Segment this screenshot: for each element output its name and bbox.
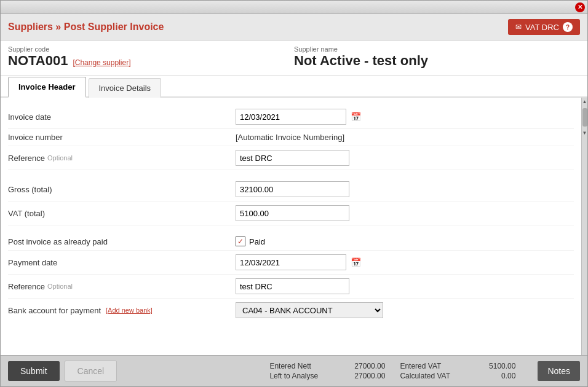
invoice-number-row: Invoice number [Automatic Invoice Number… — [8, 129, 574, 146]
gross-label: Gross (total) — [8, 185, 236, 194]
bank-account-label: Bank account for payment [Add new bank] — [8, 306, 236, 315]
cancel-button[interactable]: Cancel — [65, 361, 117, 381]
header-bar: Suppliers » Post Supplier Invoice ✉ VAT … — [1, 14, 587, 41]
payment-reference-label: Reference Optional — [8, 282, 236, 291]
post-paid-field: ✓ Paid — [236, 237, 574, 246]
title-bar: ✕ — [1, 1, 587, 14]
scroll-up-arrow[interactable]: ▲ — [581, 98, 587, 106]
reference-optional: Optional — [47, 154, 73, 162]
reference-field — [236, 150, 574, 166]
gross-row: Gross (total) — [8, 178, 574, 201]
notes-button[interactable]: Notes — [538, 361, 580, 381]
main-content: Invoice date 📅 Invoice number [Automatic… — [1, 98, 587, 355]
invoice-number-field: [Automatic Invoice Numbering] — [236, 133, 574, 142]
payment-date-label: Payment date — [8, 258, 236, 267]
invoice-date-calendar-icon[interactable]: 📅 — [349, 110, 362, 123]
vat-stat-group: Entered VAT 5100.00 Calculated VAT 0.00 — [400, 362, 515, 380]
calculated-vat-row: Calculated VAT 0.00 — [400, 372, 515, 380]
form-area: Invoice date 📅 Invoice number [Automatic… — [1, 98, 581, 355]
gross-input[interactable] — [236, 181, 349, 197]
auto-number-text: [Automatic Invoice Numbering] — [236, 133, 344, 142]
reference-label: Reference Optional — [8, 154, 236, 163]
submit-button[interactable]: Submit — [8, 361, 60, 381]
payment-date-field: 📅 — [236, 254, 574, 270]
scroll-thumb[interactable] — [582, 108, 587, 127]
vat-row: VAT (total) — [8, 201, 574, 225]
left-to-analyse-value: 27000.00 — [342, 372, 385, 380]
supplier-code-label: Supplier code — [8, 45, 294, 53]
close-button[interactable]: ✕ — [575, 2, 585, 12]
bank-account-select[interactable]: CA04 - BANK ACCOUNT — [236, 302, 383, 318]
invoice-date-field: 📅 — [236, 109, 574, 125]
payment-reference-row: Reference Optional — [8, 275, 574, 299]
left-to-analyse-label: Left to Analyse — [269, 372, 337, 380]
change-supplier-link[interactable]: [Change supplier] — [73, 58, 130, 67]
payment-date-input[interactable] — [236, 254, 346, 270]
invoice-date-label: Invoice date — [8, 112, 236, 122]
tabs-container: Invoice Header Invoice Details — [1, 76, 587, 98]
reference-row: Reference Optional — [8, 146, 574, 170]
footer-stats: Entered Nett 27000.00 Left to Analyse 27… — [122, 361, 580, 381]
nett-stat-group: Entered Nett 27000.00 Left to Analyse 27… — [269, 362, 385, 380]
supplier-name-label: Supplier name — [294, 45, 580, 53]
entered-vat-value: 5100.00 — [472, 362, 515, 370]
tab-invoice-details[interactable]: Invoice Details — [89, 78, 162, 98]
gross-field — [236, 181, 574, 197]
invoice-date-row: Invoice date 📅 — [8, 105, 574, 129]
paid-label: Paid — [249, 237, 265, 246]
calculated-vat-label: Calculated VAT — [400, 372, 467, 380]
entered-nett-row: Entered Nett 27000.00 — [269, 362, 385, 370]
envelope-icon: ✉ — [515, 23, 522, 31]
paid-checkbox[interactable]: ✓ — [236, 237, 245, 246]
left-to-analyse-row: Left to Analyse 27000.00 — [269, 372, 385, 380]
supplier-name: Not Active - test only — [294, 53, 580, 69]
vat-drc-label: VAT DRC — [525, 23, 559, 32]
post-paid-label: Post invoice as already paid — [8, 237, 236, 246]
scrollbar[interactable]: ▲ ▼ — [581, 98, 587, 355]
payment-reference-field — [236, 278, 574, 294]
vat-input[interactable] — [236, 205, 349, 221]
breadcrumb-part1: Suppliers — [8, 22, 53, 32]
bank-account-row: Bank account for payment [Add new bank] … — [8, 299, 574, 322]
vat-field — [236, 205, 574, 221]
scroll-down-arrow[interactable]: ▼ — [581, 129, 587, 137]
vat-drc-button[interactable]: ✉ VAT DRC ? — [508, 19, 580, 35]
add-new-bank-link[interactable]: [Add new bank] — [106, 307, 153, 314]
help-icon[interactable]: ? — [563, 22, 573, 32]
breadcrumb: Suppliers » Post Supplier Invoice — [8, 22, 164, 33]
entered-vat-row: Entered VAT 5100.00 — [400, 362, 515, 370]
post-paid-row: Post invoice as already paid ✓ Paid — [8, 233, 574, 251]
vat-label: VAT (total) — [8, 209, 236, 218]
footer: Submit Cancel Entered Nett 27000.00 Left… — [1, 355, 587, 386]
reference-input[interactable] — [236, 150, 349, 166]
calculated-vat-value: 0.00 — [472, 372, 515, 380]
payment-date-row: Payment date 📅 — [8, 251, 574, 275]
breadcrumb-separator: » — [55, 22, 63, 32]
supplier-code: NOTA001 — [8, 53, 68, 69]
payment-date-calendar-icon[interactable]: 📅 — [349, 256, 362, 269]
main-window: ✕ Suppliers » Post Supplier Invoice ✉ VA… — [0, 0, 588, 387]
entered-nett-value: 27000.00 — [342, 362, 385, 370]
entered-nett-label: Entered Nett — [269, 362, 337, 370]
tab-invoice-header[interactable]: Invoice Header — [8, 77, 86, 98]
invoice-date-input[interactable] — [236, 109, 346, 125]
bank-account-field: CA04 - BANK ACCOUNT — [236, 302, 574, 318]
payment-reference-input[interactable] — [236, 278, 349, 294]
entered-vat-label: Entered VAT — [400, 362, 467, 370]
payment-reference-optional: Optional — [47, 283, 73, 290]
supplier-info: Supplier code NOTA001 [Change supplier] … — [1, 41, 587, 76]
invoice-number-label: Invoice number — [8, 133, 236, 142]
breadcrumb-part2: Post Supplier Invoice — [64, 22, 164, 32]
